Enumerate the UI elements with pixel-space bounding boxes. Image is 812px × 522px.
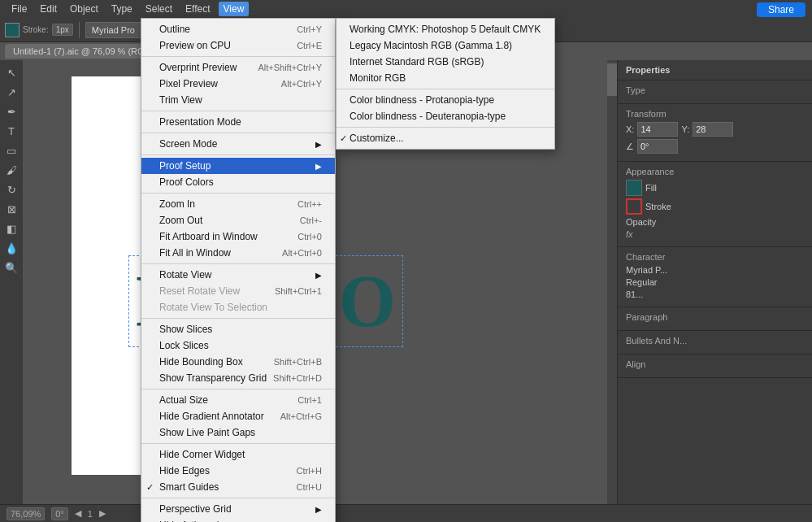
proof-internet-std[interactable]: Internet Standard RGB (sRGB): [337, 54, 554, 70]
view-hide-artboards[interactable]: Hide Artboards Shift+Ctrl+H: [141, 517, 335, 522]
proof-deuteranopia[interactable]: Color blindness - Deuteranopia-type: [337, 108, 554, 124]
page-number: 1: [88, 509, 93, 519]
view-pixel-preview[interactable]: Pixel Preview Alt+Ctrl+Y: [141, 76, 335, 92]
transform-section-title: Transform: [626, 109, 804, 119]
shape-tool-icon[interactable]: ▭: [2, 141, 20, 159]
menu-object[interactable]: Object: [65, 2, 103, 16]
angle-input[interactable]: [637, 139, 678, 154]
view-perspective-grid[interactable]: Perspective Grid ▶: [141, 501, 335, 517]
status-bar: 76,09% 0° ◀ 1 ▶: [0, 504, 812, 522]
zoom-value[interactable]: 76,09%: [7, 507, 45, 520]
outline-shortcut: Ctrl+Y: [297, 24, 322, 34]
angle-value[interactable]: 0°: [51, 507, 68, 520]
separator-7: [141, 318, 335, 319]
proof-setup-arrow: ▶: [315, 162, 322, 171]
view-overprint-preview[interactable]: Overprint Preview Alt+Shift+Ctrl+Y: [141, 59, 335, 76]
type-section: Type: [618, 80, 812, 104]
presentation-mode-label: Presentation Mode: [159, 116, 241, 128]
eyedropper-tool-icon[interactable]: 💧: [2, 239, 20, 257]
nav-next-icon[interactable]: ▶: [99, 508, 106, 519]
rotate-tool-icon[interactable]: ↻: [2, 181, 20, 198]
menu-type[interactable]: Type: [106, 2, 137, 16]
proof-legacy-mac[interactable]: Legacy Macintosh RGB (Gamma 1.8): [337, 37, 554, 54]
stroke-color-swatch[interactable]: [626, 198, 642, 215]
screen-mode-arrow: ▶: [315, 140, 322, 149]
view-lock-slices[interactable]: Lock Slices: [141, 337, 335, 354]
separator-1: [141, 56, 335, 57]
protanopia-label: Color blindness - Protanopia-type: [350, 94, 494, 106]
zoom-in-shortcut: Ctrl++: [297, 199, 322, 209]
menu-edit[interactable]: Edit: [35, 2, 62, 16]
view-rotate-view[interactable]: Rotate View ▶: [141, 267, 335, 283]
proof-protanopia[interactable]: Color blindness - Protanopia-type: [337, 92, 554, 108]
type-tool-icon[interactable]: T: [2, 122, 20, 140]
menu-select[interactable]: Select: [141, 2, 177, 16]
view-fit-all[interactable]: Fit All in Window Alt+Ctrl+0: [141, 245, 335, 261]
proof-working-cmyk[interactable]: Working CMYK: Photoshop 5 Default CMYK: [337, 21, 554, 37]
appearance-section: Appearance Fill Stroke Opacity fx: [618, 162, 812, 247]
hide-gradient-label: Hide Gradient Annotator: [159, 411, 264, 422]
pen-tool-icon[interactable]: ✒: [2, 102, 20, 120]
view-show-slices[interactable]: Show Slices: [141, 321, 335, 337]
nav-prev-icon[interactable]: ◀: [75, 508, 81, 519]
y-input[interactable]: [693, 122, 733, 137]
scrollbar-thumb[interactable]: [607, 63, 617, 96]
view-hide-edges[interactable]: Hide Edges Ctrl+H: [141, 463, 335, 479]
rotate-to-selection-label: Rotate View To Selection: [159, 302, 267, 313]
show-transparency-shortcut: Shift+Ctrl+D: [273, 373, 322, 383]
x-input[interactable]: [637, 122, 678, 137]
direct-selection-tool-icon[interactable]: ↗: [2, 83, 20, 101]
view-rotate-to-selection[interactable]: Rotate View To Selection: [141, 299, 335, 315]
view-smart-guides[interactable]: ✓ Smart Guides Ctrl+U: [141, 479, 335, 495]
view-presentation-mode[interactable]: Presentation Mode: [141, 114, 335, 130]
overprint-label: Overprint Preview: [159, 62, 237, 73]
view-hide-bounding-box[interactable]: Hide Bounding Box Shift+Ctrl+B: [141, 354, 335, 370]
proof-separator-1: [337, 89, 554, 89]
view-fit-artboard[interactable]: Fit Artboard in Window Ctrl+0: [141, 228, 335, 245]
menu-file[interactable]: File: [7, 2, 32, 16]
proof-customize[interactable]: ✓ Customize...: [337, 130, 554, 146]
toolbar-separator-1: [79, 22, 80, 38]
view-actual-size[interactable]: Actual Size Ctrl+1: [141, 392, 335, 408]
view-screen-mode[interactable]: Screen Mode ▶: [141, 136, 335, 152]
view-hide-gradient[interactable]: Hide Gradient Annotator Alt+Ctrl+G: [141, 408, 335, 424]
view-show-transparency[interactable]: Show Transparency Grid Shift+Ctrl+D: [141, 370, 335, 386]
view-reset-rotate[interactable]: Reset Rotate View Shift+Ctrl+1: [141, 283, 335, 299]
view-proof-setup[interactable]: Proof Setup ▶: [141, 158, 335, 174]
fit-artboard-shortcut: Ctrl+0: [297, 232, 322, 241]
fill-swatch[interactable]: [5, 23, 20, 37]
character-section-title: Character: [626, 252, 804, 262]
bullets-section-title: Bullets And N...: [626, 336, 804, 346]
view-zoom-in[interactable]: Zoom In Ctrl++: [141, 196, 335, 212]
gradient-tool-icon[interactable]: ◧: [2, 220, 20, 237]
show-transparency-label: Show Transparency Grid: [159, 372, 267, 384]
separator-3: [141, 133, 335, 133]
selection-tool-icon[interactable]: ↖: [2, 63, 20, 81]
reset-rotate-label: Reset Rotate View: [159, 285, 240, 297]
view-preview-cpu[interactable]: Preview on CPU Ctrl+E: [141, 37, 335, 54]
paintbrush-tool-icon[interactable]: 🖌: [2, 161, 20, 179]
character-section: Character Myriad P... Regular 81...: [618, 247, 812, 307]
perspective-grid-arrow: ▶: [315, 505, 322, 514]
view-zoom-out[interactable]: Zoom Out Ctrl+-: [141, 212, 335, 228]
rotate-view-label: Rotate View: [159, 269, 211, 281]
right-scrollbar[interactable]: [607, 60, 617, 522]
menu-effect[interactable]: Effect: [180, 2, 215, 16]
fill-color-swatch[interactable]: [626, 180, 642, 196]
menu-view[interactable]: View: [219, 2, 250, 16]
fx-label[interactable]: fx: [626, 229, 633, 239]
view-outline[interactable]: Outline Ctrl+Y: [141, 21, 335, 37]
view-proof-colors[interactable]: Proof Colors: [141, 174, 335, 190]
actual-size-shortcut: Ctrl+1: [297, 395, 322, 405]
view-show-live-paint[interactable]: Show Live Paint Gaps: [141, 424, 335, 441]
view-hide-corner-widget[interactable]: Hide Corner Widget: [141, 446, 335, 463]
show-live-paint-label: Show Live Paint Gaps: [159, 427, 255, 438]
separator-9: [141, 443, 335, 444]
proof-monitor-rgb[interactable]: Monitor RGB: [337, 70, 554, 86]
share-button[interactable]: Share: [757, 2, 805, 17]
zoom-tool-icon[interactable]: 🔍: [2, 259, 20, 276]
scale-tool-icon[interactable]: ⊠: [2, 200, 20, 218]
view-trim-view[interactable]: Trim View: [141, 92, 335, 108]
right-panel-header: Properties: [618, 60, 812, 80]
stroke-value[interactable]: 1px: [52, 24, 73, 36]
